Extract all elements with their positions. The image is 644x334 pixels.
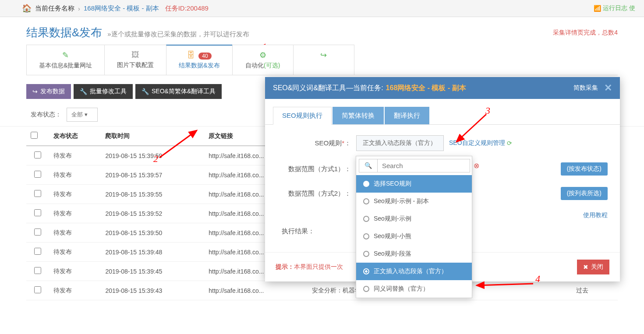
seo-tool-button[interactable]: 🔧 SEO&简繁体&翻译工具 — [135, 84, 222, 99]
cell-time: 2019-08-15 15:39:43 — [101, 281, 204, 300]
close-button[interactable]: ✖ 关闭 — [577, 260, 609, 274]
range1-label: 数据范围（方式1）： — [277, 165, 356, 173]
run-log-link[interactable]: 运行日志 — [603, 4, 627, 12]
range1-button[interactable]: (按发布状态) — [561, 162, 608, 176]
cell-time: 2019-08-15 15:39:48 — [101, 243, 204, 262]
tab-basic-info[interactable]: ✎ 基本信息&批量网址 — [26, 45, 105, 75]
dropdown-item[interactable]: 同义词替换（官方） — [356, 280, 472, 298]
page-head: 结果数据&发布 »逐个或批量修改已采集的数据，并可以进行发布 采集详情页完成，总… — [0, 17, 644, 45]
th-status: 发布状态 — [49, 127, 101, 146]
cell-time: 2019-08-15 15:39:55 — [101, 185, 204, 204]
tab-extra[interactable]: ↪ — [293, 45, 354, 75]
btn-label: 发布数据 — [40, 88, 65, 95]
breadcrumb-separator: › — [78, 5, 80, 12]
result-label: 执行结果： — [277, 227, 320, 236]
modal-tab-seo[interactable]: SEO规则执行 — [273, 107, 332, 125]
btn-label: 批量修改工具 — [90, 88, 127, 95]
tab-suffix: (可选) — [264, 62, 280, 69]
dropdown-header[interactable]: 选择SEO规则 — [356, 175, 472, 193]
radio-icon — [363, 198, 369, 204]
cell-time: 2019-08-15 15:39:52 — [101, 204, 204, 223]
filter-label: 发布状态： — [31, 111, 61, 119]
edit-icon: ✎ — [62, 50, 69, 60]
tab-label: 自动化 — [245, 62, 264, 69]
tutorial-link[interactable]: 使用教程 — [583, 211, 608, 219]
rule-manage-link[interactable]: SEO自定义规则管理 ⟳ — [449, 139, 512, 147]
dropdown-item[interactable]: Seo规则-示例 - 副本 — [356, 193, 472, 210]
row-checkbox[interactable] — [34, 151, 41, 158]
cell-time: 2019-08-15 15:39:45 — [101, 262, 204, 281]
clear-icon[interactable]: ⊗ — [470, 159, 483, 172]
radio-icon — [363, 251, 369, 257]
modal-title: SEO&同义词&翻译工具—当前任务: — [273, 84, 383, 93]
publish-button[interactable]: ↪ 发布数据 — [26, 84, 71, 99]
home-icon[interactable]: 🏠 — [22, 4, 32, 13]
cell-status: 待发布 — [49, 281, 101, 300]
collect-info: 采集详情页完成，总数4 — [553, 29, 618, 37]
close-icon[interactable]: ✕ — [604, 82, 612, 94]
main-tabs: ✎ 基本信息&批量网址 🖼 图片下载配置 🗄 40 结果数据&发布 ⚙ 自动化(… — [26, 45, 618, 75]
range2-label: 数据范围（方式2）： — [277, 190, 356, 198]
dropdown-search-input[interactable] — [378, 159, 470, 172]
cell-status: 待发布 — [49, 204, 101, 223]
cell-status: 待发布 — [49, 146, 101, 165]
required-mark: * — [342, 139, 344, 147]
rss-icon: 📶 — [594, 5, 601, 12]
modal-header: SEO&同义词&翻译工具—当前任务: 168网络安全 - 模板 - 副本 简数采… — [265, 77, 620, 99]
top-right: 📶 运行日志 使 — [594, 4, 635, 12]
dropdown-search-row: 🔍 ⊗ — [356, 156, 472, 175]
dropdown-item[interactable]: Seo规则-段落 — [356, 245, 472, 263]
breadcrumb-task-link[interactable]: 168网络安全 - 模板 - 副本 — [84, 4, 159, 13]
tab-badge: 40 — [198, 53, 211, 60]
share-icon: ↪ — [320, 50, 327, 60]
select-all-checkbox[interactable] — [31, 132, 38, 139]
row-checkbox[interactable] — [34, 209, 41, 216]
row-checkbox[interactable] — [34, 171, 41, 178]
modal-task-name: 168网络安全 - 模板 - 副本 — [386, 84, 466, 93]
modal-tab-translate[interactable]: 翻译执行 — [385, 107, 429, 124]
cell-time: 2019-08-15 15:39:57 — [101, 165, 204, 185]
cell-url: http://safe.it168.co... — [204, 281, 308, 300]
dropdown-item[interactable]: Seo规则-示例 — [356, 210, 472, 228]
cell-status: 待发布 — [49, 243, 101, 262]
cell-status: 待发布 — [49, 223, 101, 243]
th-time: 爬取时间 — [101, 127, 204, 146]
radio-icon — [363, 233, 369, 239]
modal-tab-trad[interactable]: 简繁体转换 — [333, 107, 384, 124]
batch-edit-button[interactable]: 🔧 批量修改工具 — [74, 84, 133, 99]
search-icon[interactable]: 🔍 — [359, 159, 378, 172]
tab-label: 基本信息&批量网址 — [39, 62, 92, 70]
row-checkbox[interactable] — [34, 267, 41, 274]
breadcrumb-current-label: 当前任务名称 — [35, 4, 74, 13]
dropdown-item[interactable]: Seo规则-小熊 — [356, 228, 472, 245]
row-checkbox[interactable] — [34, 248, 41, 255]
radio-icon — [363, 268, 369, 274]
top-right-suffix: 使 — [629, 4, 635, 12]
radio-icon — [363, 216, 369, 222]
tab-label: 结果数据&发布 — [179, 62, 219, 70]
tab-label: 图片下载配置 — [117, 61, 154, 69]
cell-desc: 过去 — [572, 281, 618, 300]
refresh-icon: ⟳ — [507, 140, 512, 147]
rule-combo[interactable]: 正文插入动态段落（官方） — [356, 135, 444, 151]
tab-image-download[interactable]: 🖼 图片下载配置 — [104, 45, 166, 75]
table-row[interactable]: 待发布 2019-08-15 15:39:43 http://safe.it16… — [26, 281, 618, 300]
row-checkbox[interactable] — [34, 190, 41, 197]
main-tabs-wrap: ✎ 基本信息&批量网址 🖼 图片下载配置 🗄 40 结果数据&发布 ⚙ 自动化(… — [0, 45, 644, 75]
row-checkbox[interactable] — [34, 229, 41, 236]
cell-status: 待发布 — [49, 262, 101, 281]
row-checkbox[interactable] — [34, 286, 41, 293]
wrench-icon: 🔧 — [80, 88, 87, 95]
task-id: 任务ID:200489 — [165, 4, 209, 13]
rule-dropdown: 🔍 ⊗ 选择SEO规则 Seo规则-示例 - 副本Seo规则-示例Seo规则-小… — [356, 156, 472, 298]
radio-icon — [363, 181, 369, 187]
range2-button[interactable]: (按列表所选) — [561, 187, 608, 200]
modal-tabs: SEO规则执行 简繁体转换 翻译执行 — [265, 99, 620, 125]
share-icon: ↪ — [32, 88, 38, 95]
wrench-icon: 🔧 — [142, 88, 149, 95]
tab-result-data[interactable]: 🗄 40 结果数据&发布 — [166, 45, 232, 75]
filter-select[interactable]: 全部 ▾ — [67, 108, 98, 122]
modal-brand: 简数采集 — [573, 84, 598, 92]
dropdown-item[interactable]: 正文插入动态段落（官方） — [356, 263, 472, 280]
tab-automation[interactable]: ⚙ 自动化(可选) — [232, 45, 294, 75]
